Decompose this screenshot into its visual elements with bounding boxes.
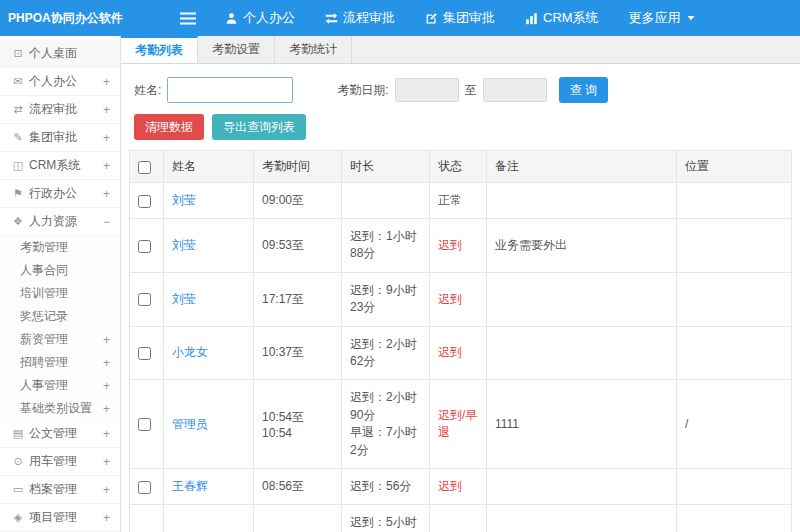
sidebar-item-label: 人力资源 — [29, 213, 101, 230]
expand-icon[interactable]: + — [101, 159, 112, 173]
name-filter-label: 姓名: — [134, 82, 161, 99]
sidebar-item-salary-mgmt[interactable]: 薪资管理+ — [0, 328, 120, 351]
sidebar-item-human-resources[interactable]: ❖人力资源− — [0, 208, 120, 236]
tab-attendance-list[interactable]: 考勤列表 — [121, 36, 198, 63]
top-nav-group-approval[interactable]: 集团审批 — [410, 0, 510, 36]
row-checkbox[interactable] — [138, 293, 151, 306]
collapse-icon[interactable]: − — [101, 215, 112, 229]
sidebar-item-personal-office[interactable]: ✉个人办公+ — [0, 68, 120, 96]
row-checkbox-cell — [130, 505, 164, 532]
sidebar-item-crm-system[interactable]: ◫CRM系统+ — [0, 152, 120, 180]
row-checkbox[interactable] — [138, 418, 151, 431]
sidebar-item-personnel-contract[interactable]: 人事合同 — [0, 259, 120, 282]
attendance-row: 刘莹09:00至正常 — [130, 183, 792, 219]
employee-name-link[interactable]: 王春辉 — [172, 479, 208, 493]
expand-icon[interactable]: + — [101, 427, 112, 441]
location-cell: / — [677, 380, 792, 469]
row-checkbox[interactable] — [138, 240, 151, 253]
employee-name-link[interactable]: 管理员 — [172, 417, 208, 431]
expand-icon[interactable]: + — [101, 402, 112, 416]
expand-icon[interactable]: + — [101, 131, 112, 145]
attendance-row: 管理员10:54至10:54迟到：2小时90分 早退：7小时2分迟到/早退111… — [130, 380, 792, 469]
date-from-input[interactable] — [395, 78, 459, 102]
sidebar-item-document-mgmt[interactable]: ▤公文管理+ — [0, 420, 120, 448]
expand-icon[interactable]: + — [101, 333, 112, 347]
row-checkbox[interactable] — [138, 195, 151, 208]
topbar: PHPOA协同办公软件 个人办公流程审批集团审批CRM系统更多应用 — [0, 0, 800, 36]
location-cell — [677, 326, 792, 380]
date-to-input[interactable] — [483, 78, 547, 102]
document-icon: ▤ — [10, 427, 26, 440]
expand-icon[interactable]: + — [101, 75, 112, 89]
top-nav-label: 更多应用 — [629, 9, 681, 27]
duration-cell: 迟到：56分 — [342, 468, 430, 504]
expand-icon[interactable]: + — [101, 356, 112, 370]
location-cell — [677, 468, 792, 504]
status-cell: 迟到 — [430, 326, 487, 380]
sidebar-item-project-mgmt[interactable]: ◈项目管理+ — [0, 504, 120, 532]
attendance-time-cell: 08:56至 — [254, 468, 342, 504]
status-cell: 迟到 — [430, 219, 487, 273]
sidebar-item-base-category-settings[interactable]: 基础类别设置+ — [0, 397, 120, 420]
select-all-checkbox[interactable] — [138, 161, 151, 174]
attendance-row: 小龙女10:37至迟到：2小时62分迟到 — [130, 326, 792, 380]
attendance-time-cell: 09:00至 — [254, 183, 342, 219]
employee-name-link[interactable]: 小龙女 — [172, 345, 208, 359]
top-nav-more-apps[interactable]: 更多应用 — [614, 0, 711, 36]
sidebar-item-archive-mgmt[interactable]: ▭档案管理+ — [0, 476, 120, 504]
row-checkbox[interactable] — [138, 481, 151, 494]
select-all-cell — [130, 151, 164, 183]
edit-icon — [425, 12, 438, 25]
export-list-button[interactable]: 导出查询列表 — [212, 114, 306, 140]
expand-icon[interactable]: + — [101, 187, 112, 201]
sidebar-item-vehicle-mgmt[interactable]: ⊙用车管理+ — [0, 448, 120, 476]
menu-toggle-icon[interactable] — [180, 12, 196, 25]
employee-name-link[interactable]: 刘莹 — [172, 292, 196, 306]
sidebar-item-reward-punishment[interactable]: 奖惩记录 — [0, 305, 120, 328]
date-range-separator: 至 — [465, 82, 477, 99]
sidebar-item-attendance-mgmt[interactable]: 考勤管理 — [0, 236, 120, 259]
location-cell: / — [677, 505, 792, 532]
expand-icon[interactable]: + — [101, 455, 112, 469]
row-checkbox-cell — [130, 326, 164, 380]
tab-attendance-stats[interactable]: 考勤统计 — [275, 36, 352, 63]
clean-data-button[interactable]: 清理数据 — [134, 114, 204, 140]
sidebar-item-label: 招聘管理 — [20, 354, 101, 371]
top-nav-label: 个人办公 — [243, 9, 295, 27]
sidebar-item-admin-office[interactable]: ⚑行政办公+ — [0, 180, 120, 208]
expand-icon[interactable]: + — [101, 511, 112, 525]
column-header: 考勤时间 — [254, 151, 342, 183]
remark-cell — [487, 272, 677, 326]
expand-icon[interactable]: + — [101, 103, 112, 117]
top-nav-personal-office[interactable]: 个人办公 — [210, 0, 310, 36]
row-checkbox-cell — [130, 468, 164, 504]
location-cell — [677, 272, 792, 326]
name-filter-input[interactable] — [167, 77, 293, 103]
remark-cell — [487, 505, 677, 532]
employee-name-link[interactable]: 刘莹 — [172, 193, 196, 207]
sidebar-item-personnel-mgmt[interactable]: 人事管理+ — [0, 374, 120, 397]
attendance-row: 刘莹17:17至迟到：9小时23分迟到 — [130, 272, 792, 326]
top-nav-label: CRM系统 — [543, 9, 599, 27]
expand-icon[interactable]: + — [101, 379, 112, 393]
archive-icon: ▭ — [10, 483, 26, 496]
top-nav-process-approval[interactable]: 流程审批 — [310, 0, 410, 36]
grid-icon: ◫ — [10, 159, 26, 172]
sidebar-item-personal-desktop[interactable]: ⊡个人桌面 — [0, 40, 120, 68]
name-cell: 王春辉 — [164, 468, 254, 504]
sidebar-item-label: 集团审批 — [29, 129, 101, 146]
flag-icon: ⚑ — [10, 187, 26, 200]
sidebar-item-process-approval[interactable]: ⇄流程审批+ — [0, 96, 120, 124]
employee-name-link[interactable]: 刘莹 — [172, 238, 196, 252]
sidebar-item-group-approval[interactable]: ✎集团审批+ — [0, 124, 120, 152]
sidebar-item-recruitment-mgmt[interactable]: 招聘管理+ — [0, 351, 120, 374]
workflow-icon — [325, 12, 338, 25]
row-checkbox[interactable] — [138, 347, 151, 360]
top-nav-crm-system[interactable]: CRM系统 — [510, 0, 614, 36]
tab-attendance-settings[interactable]: 考勤设置 — [198, 36, 275, 63]
attendance-time-cell: 13:20至13:20 — [254, 505, 342, 532]
search-button[interactable]: 查 询 — [559, 77, 608, 103]
sidebar-item-label: 项目管理 — [29, 509, 101, 526]
sidebar-item-training-mgmt[interactable]: 培训管理 — [0, 282, 120, 305]
expand-icon[interactable]: + — [101, 483, 112, 497]
